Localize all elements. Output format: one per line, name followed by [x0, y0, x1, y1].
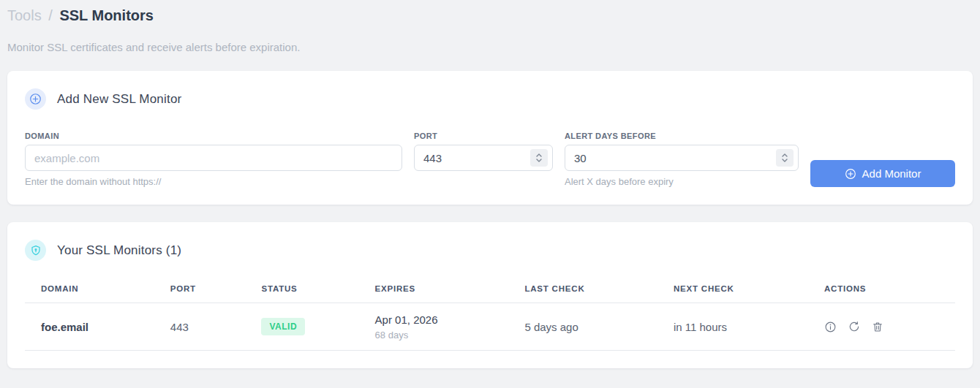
add-monitor-button-label: Add Monitor: [862, 167, 921, 180]
table-row: foe.email 443 VALID Apr 01, 2026 68 days…: [25, 303, 955, 351]
column-header-last-check: LAST CHECK: [508, 278, 657, 303]
alert-days-label: ALERT DAYS BEFORE: [565, 132, 799, 140]
column-header-status: STATUS: [245, 278, 358, 303]
monitor-last-check: 5 days ago: [508, 303, 657, 351]
monitor-expires-in: 68 days: [375, 330, 509, 341]
column-header-expires: EXPIRES: [359, 278, 509, 303]
alert-days-helper-text: Alert X days before expiry: [565, 176, 799, 187]
column-header-actions: ACTIONS: [808, 278, 955, 303]
shield-icon: [25, 240, 46, 261]
table-header-row: DOMAIN PORT STATUS EXPIRES LAST CHECK NE…: [25, 278, 955, 303]
add-monitor-button[interactable]: Add Monitor: [810, 160, 955, 187]
port-label: PORT: [414, 132, 553, 140]
plus-circle-icon: [845, 168, 856, 180]
status-badge: VALID: [261, 318, 305, 335]
monitor-expires-date: Apr 01, 2026: [375, 313, 509, 326]
column-header-domain: DOMAIN: [25, 278, 154, 303]
alert-days-stepper[interactable]: [776, 149, 794, 167]
plus-circle-icon: [25, 88, 46, 110]
breadcrumb-tools-link[interactable]: Tools: [7, 7, 42, 23]
domain-helper-text: Enter the domain without https://: [25, 176, 402, 187]
domain-field-group: DOMAIN Enter the domain without https://: [25, 132, 402, 187]
add-monitor-form: DOMAIN Enter the domain without https://…: [25, 132, 955, 187]
monitors-table: DOMAIN PORT STATUS EXPIRES LAST CHECK NE…: [25, 278, 955, 351]
monitor-domain: foe.email: [25, 303, 154, 351]
page-subtitle: Monitor SSL certificates and receive ale…: [7, 41, 973, 53]
column-header-port: PORT: [154, 278, 246, 303]
add-monitor-card-title: Add New SSL Monitor: [57, 92, 181, 107]
add-monitor-card-header: Add New SSL Monitor: [25, 88, 955, 110]
monitors-card-header: Your SSL Monitors (1): [25, 240, 955, 261]
monitor-next-check: in 11 hours: [657, 303, 808, 351]
port-stepper[interactable]: [530, 149, 548, 167]
trash-icon[interactable]: [872, 321, 883, 332]
breadcrumb-separator: /: [48, 7, 53, 23]
domain-input[interactable]: [25, 145, 402, 171]
refresh-icon[interactable]: [848, 321, 860, 332]
alert-days-field-group: ALERT DAYS BEFORE Alert X days before ex…: [565, 132, 799, 187]
domain-label: DOMAIN: [25, 132, 402, 140]
monitors-list-card: Your SSL Monitors (1) DOMAIN PORT STATUS…: [7, 222, 973, 368]
page-title: SSL Monitors: [59, 7, 154, 23]
column-header-next-check: NEXT CHECK: [657, 278, 808, 303]
monitor-port: 443: [154, 303, 246, 351]
add-monitor-card: Add New SSL Monitor DOMAIN Enter the dom…: [7, 71, 973, 205]
alert-days-input[interactable]: [565, 145, 799, 171]
port-field-group: PORT: [414, 132, 553, 187]
monitors-card-title: Your SSL Monitors (1): [57, 243, 181, 258]
info-icon[interactable]: [824, 321, 837, 333]
breadcrumb: Tools / SSL Monitors: [7, 6, 973, 25]
row-actions: [824, 303, 955, 350]
ssl-monitors-page: Tools / SSL Monitors Monitor SSL certifi…: [0, 0, 980, 368]
